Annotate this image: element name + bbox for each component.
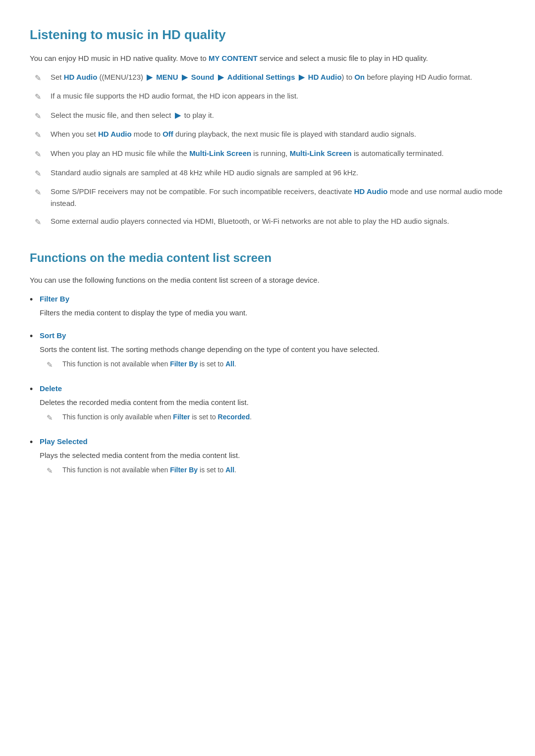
note-text-7: Some S/PDIF receivers may not be compati…: [51, 186, 505, 209]
note-item-1: ✎ Set HD Audio ((MENU/123) ▶ MENU ▶ Soun…: [30, 71, 505, 85]
list-item-filter-by: • Filter By Filters the media content to…: [30, 293, 505, 322]
subnote-icon-delete: ✎: [47, 412, 57, 424]
subnote-icon-sort: ✎: [47, 359, 57, 371]
play-selected-subnote: ✎ This function is not available when Fi…: [40, 464, 505, 477]
bullet-dot-sort: •: [30, 329, 40, 344]
section2-intro: You can use the following functions on t…: [30, 274, 505, 286]
note-icon-8: ✎: [35, 216, 46, 229]
note-icon-6: ✎: [35, 167, 46, 180]
hd-audio-ref4: HD Audio: [354, 187, 388, 196]
note-item-8: ✎ Some external audio players connected …: [30, 215, 505, 229]
filter-by-content: Filter By Filters the media content to d…: [40, 293, 505, 322]
filter-by-ref1: Filter By: [170, 360, 198, 368]
filter-ref1: Filter: [173, 413, 190, 421]
play-selected-content: Play Selected Plays the selected media c…: [40, 436, 505, 481]
note-icon-2: ✎: [35, 91, 46, 103]
intro-end: service and select a music file to play …: [260, 54, 428, 62]
note-item-2: ✎ If a music file supports the HD audio …: [30, 90, 505, 103]
note-text-2: If a music file supports the HD audio fo…: [51, 90, 298, 102]
section-media-functions: Functions on the media content list scre…: [30, 249, 505, 481]
section1-intro: You can enjoy HD music in HD native qual…: [30, 52, 505, 64]
note-item-4: ✎ When you set HD Audio mode to Off duri…: [30, 128, 505, 142]
note-item-5: ✎ When you play an HD music file while t…: [30, 148, 505, 161]
note-item-3: ✎ Select the music file, and then select…: [30, 109, 505, 123]
sort-by-subnote: ✎ This function is not available when Fi…: [40, 358, 505, 371]
bullet-dot-play: •: [30, 435, 40, 450]
section-hd-quality: Listening to music in HD quality You can…: [30, 25, 505, 229]
sound-ref1: Sound: [191, 73, 214, 81]
menu-ref1: MENU: [156, 73, 178, 81]
note-text-3: Select the music file, and then select ▶…: [51, 109, 214, 121]
list-item-sort-by: • Sort By Sorts the content list. The so…: [30, 330, 505, 375]
delete-title: Delete: [40, 383, 505, 395]
multi-link-ref2: Multi-Link Screen: [290, 149, 352, 157]
delete-content: Delete Deletes the recorded media conten…: [40, 383, 505, 428]
section2-title: Functions on the media content list scre…: [30, 249, 505, 267]
additional-settings-ref1: Additional Settings: [227, 73, 295, 81]
note-icon-1: ✎: [35, 72, 46, 85]
note-text-5: When you play an HD music file while the…: [51, 148, 444, 159]
media-functions-list: • Filter By Filters the media content to…: [30, 293, 505, 481]
note-icon-4: ✎: [35, 129, 46, 142]
bullet-dot-delete: •: [30, 382, 40, 397]
multi-link-ref1: Multi-Link Screen: [189, 149, 251, 157]
my-content-link: MY CONTENT: [209, 54, 258, 62]
filter-by-ref2: Filter By: [170, 466, 198, 474]
hd-audio-ref1: HD Audio: [64, 73, 98, 81]
sort-by-title: Sort By: [40, 330, 505, 342]
note-text-6: Standard audio signals are sampled at 48…: [51, 167, 358, 179]
on-ref1: On: [354, 73, 365, 81]
filter-by-desc: Filters the media content to display the…: [40, 307, 505, 319]
list-item-play-selected: • Play Selected Plays the selected media…: [30, 436, 505, 481]
sort-by-desc: Sorts the content list. The sorting meth…: [40, 344, 505, 355]
note-icon-7: ✎: [35, 186, 46, 199]
subnote-icon-play: ✎: [47, 465, 57, 477]
subnote-text-sort: This function is not available when Filt…: [62, 358, 236, 369]
note-item-7: ✎ Some S/PDIF receivers may not be compa…: [30, 186, 505, 209]
note-icon-5: ✎: [35, 148, 46, 161]
recorded-ref1: Recorded: [218, 413, 250, 421]
subnote-text-play: This function is not available when Filt…: [62, 464, 236, 475]
note-text-1: Set HD Audio ((MENU/123) ▶ MENU ▶ Sound …: [51, 71, 472, 83]
section1-title: Listening to music in HD quality: [30, 25, 505, 46]
subnote-text-delete: This function is only available when Fil…: [62, 411, 252, 422]
hd-audio-ref2: HD Audio: [308, 73, 342, 81]
filter-by-title: Filter By: [40, 293, 505, 305]
delete-desc: Deletes the recorded media content from …: [40, 397, 505, 408]
sort-by-content: Sort By Sorts the content list. The sort…: [40, 330, 505, 375]
play-selected-title: Play Selected: [40, 436, 505, 448]
delete-subnote: ✎ This function is only available when F…: [40, 411, 505, 424]
note-text-8: Some external audio players connected vi…: [51, 215, 449, 227]
all-ref1: All: [225, 360, 234, 368]
all-ref2: All: [225, 466, 234, 474]
note-text-4: When you set HD Audio mode to Off during…: [51, 128, 416, 140]
note-item-6: ✎ Standard audio signals are sampled at …: [30, 167, 505, 180]
hd-audio-ref3: HD Audio: [98, 130, 132, 138]
intro-text: You can enjoy HD music in HD native qual…: [30, 54, 209, 62]
play-selected-desc: Plays the selected media content from th…: [40, 450, 505, 461]
off-ref1: Off: [162, 130, 173, 138]
section1-notes: ✎ Set HD Audio ((MENU/123) ▶ MENU ▶ Soun…: [30, 71, 505, 229]
bullet-dot-filter: •: [30, 293, 40, 307]
note-icon-3: ✎: [35, 110, 46, 123]
list-item-delete: • Delete Deletes the recorded media cont…: [30, 383, 505, 428]
